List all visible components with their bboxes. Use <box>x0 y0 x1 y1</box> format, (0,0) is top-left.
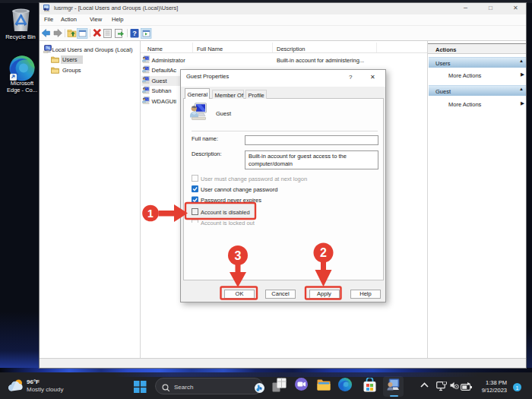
svg-text:?: ? <box>132 30 137 37</box>
